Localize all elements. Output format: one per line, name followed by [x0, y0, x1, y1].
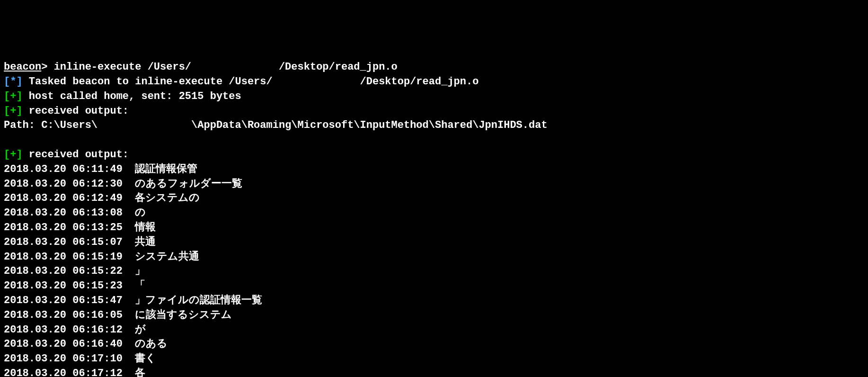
entry-text: 」ファイルの認証情報一覧: [135, 295, 262, 306]
host-called-text: host called home, sent: 2515 bytes: [23, 90, 241, 102]
entry-text: 各システムの: [135, 192, 200, 204]
command-text-pre[interactable]: inline-execute /Users/: [54, 61, 191, 73]
status-indicator-plus: [+]: [4, 149, 23, 161]
entry-text: システム共通: [135, 251, 199, 263]
entry-timestamp: 2018.03.20 06:15:19: [4, 251, 135, 263]
entry-text: 認証情報保管: [135, 163, 197, 175]
command-gap: [191, 61, 279, 73]
terminal-output: beacon> inline-execute /Users/ /Desktop/…: [4, 60, 864, 377]
entry-timestamp: 2018.03.20 06:16:05: [4, 309, 135, 321]
entry-timestamp: 2018.03.20 06:15:23: [4, 280, 135, 292]
log-entry: 2018.03.20 06:13:25 情報: [4, 221, 864, 235]
entry-timestamp: 2018.03.20 06:17:10: [4, 353, 135, 365]
log-entry: 2018.03.20 06:15:07 共通: [4, 235, 864, 250]
log-entry: 2018.03.20 06:15:22 」: [4, 264, 864, 279]
entry-text: 各: [135, 368, 145, 377]
log-entry: 2018.03.20 06:12:30 のあるフォルダー一覧: [4, 177, 864, 192]
entry-timestamp: 2018.03.20 06:13:08: [4, 207, 135, 219]
tasked-text-post: /Desktop/read_jpn.o: [360, 76, 479, 88]
path-text-pre: Path: C:\Users\: [4, 119, 97, 131]
entry-timestamp: 2018.03.20 06:11:49: [4, 163, 135, 175]
entry-text: のある: [135, 338, 168, 350]
entry-text: 書く: [135, 353, 156, 365]
tasked-line: [*] Tasked beacon to inline-execute /Use…: [4, 75, 864, 90]
entry-timestamp: 2018.03.20 06:12:49: [4, 192, 135, 204]
received-output-line-2: [+] received output:: [4, 148, 864, 162]
log-entry: 2018.03.20 06:16:05 に該当するシステム: [4, 308, 864, 323]
path-line: Path: C:\Users\ \AppData\Roaming\Microso…: [4, 118, 864, 133]
blank-line: [4, 133, 864, 148]
tasked-text-pre: Tasked beacon to inline-execute /Users/: [23, 76, 273, 88]
log-entry: 2018.03.20 06:13:08 の: [4, 206, 864, 221]
host-called-line: [+] host called home, sent: 2515 bytes: [4, 90, 864, 104]
status-indicator-plus: [+]: [4, 90, 23, 102]
path-gap: [97, 119, 191, 131]
command-text-post[interactable]: /Desktop/read_jpn.o: [279, 61, 398, 73]
log-entry: 2018.03.20 06:16:12 が: [4, 323, 864, 338]
entry-timestamp: 2018.03.20 06:16:40: [4, 338, 135, 350]
entry-timestamp: 2018.03.20 06:15:22: [4, 265, 135, 277]
log-entry: 2018.03.20 06:11:49 認証情報保管: [4, 162, 864, 177]
tasked-gap: [273, 76, 360, 88]
entry-text: 「: [135, 280, 145, 292]
entry-text: 」: [135, 265, 145, 277]
received-output-line-1: [+] received output:: [4, 104, 864, 119]
beacon-prompt[interactable]: beacon: [4, 61, 41, 73]
prompt-separator: >: [41, 61, 53, 73]
log-entry: 2018.03.20 06:16:40 のある: [4, 337, 864, 352]
entry-timestamp: 2018.03.20 06:17:12: [4, 368, 135, 377]
prompt-line: beacon> inline-execute /Users/ /Desktop/…: [4, 60, 864, 75]
entry-text: の: [135, 207, 146, 219]
entry-timestamp: 2018.03.20 06:12:30: [4, 178, 135, 190]
entry-timestamp: 2018.03.20 06:15:47: [4, 295, 135, 306]
entry-text: 共通: [135, 236, 156, 248]
entry-timestamp: 2018.03.20 06:13:25: [4, 222, 135, 233]
path-text-post: \AppData\Roaming\Microsoft\InputMethod\S…: [191, 119, 548, 131]
received-output-text: received output:: [23, 149, 129, 161]
log-entry: 2018.03.20 06:15:19 システム共通: [4, 250, 864, 265]
entry-text: に該当するシステム: [135, 309, 232, 321]
status-indicator-star: [*]: [4, 76, 23, 88]
entry-timestamp: 2018.03.20 06:16:12: [4, 324, 135, 336]
log-entry: 2018.03.20 06:17:10 書く: [4, 352, 864, 367]
entry-text: のあるフォルダー一覧: [135, 178, 242, 190]
entry-text: 情報: [135, 222, 156, 233]
log-entry: 2018.03.20 06:12:49 各システムの: [4, 191, 864, 206]
status-indicator-plus: [+]: [4, 105, 23, 117]
received-output-text: received output:: [23, 105, 129, 117]
entry-timestamp: 2018.03.20 06:15:07: [4, 236, 135, 248]
log-entry: 2018.03.20 06:17:12 各: [4, 367, 864, 377]
log-entry: 2018.03.20 06:15:47 」ファイルの認証情報一覧: [4, 294, 864, 308]
entry-text: が: [135, 324, 146, 336]
log-entry: 2018.03.20 06:15:23 「: [4, 279, 864, 294]
